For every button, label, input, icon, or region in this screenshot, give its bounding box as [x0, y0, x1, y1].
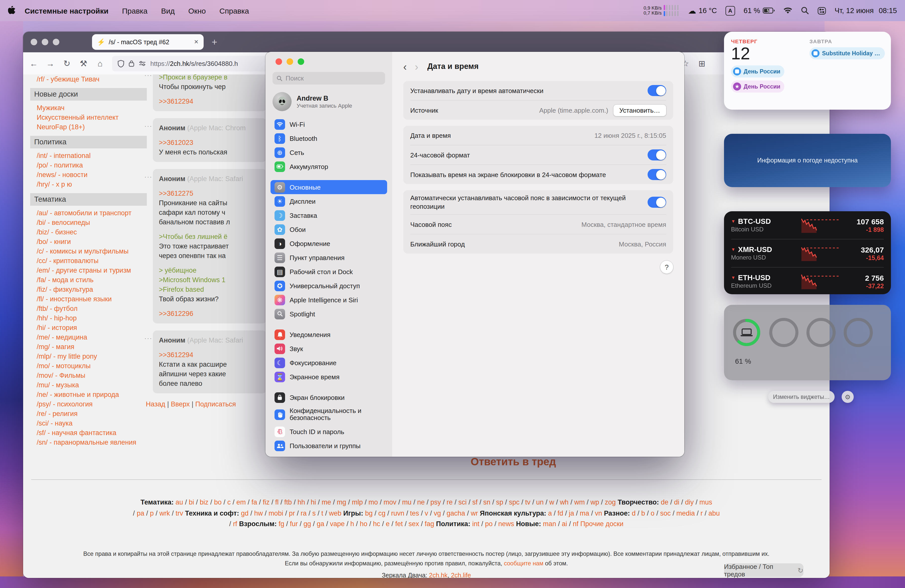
board-link[interactable]: w [549, 499, 554, 506]
wifi-icon[interactable] [783, 7, 792, 14]
weather-widget[interactable]: Информация о погоде недоступна [724, 134, 891, 187]
board-link[interactable]: r [701, 509, 703, 517]
sidebar-item-wifi[interactable]: Wi-Fi [270, 117, 387, 131]
menu-item-edit[interactable]: Правка [122, 6, 147, 15]
sidebar-item-privacy[interactable]: Конфиденциальность и безопасность [270, 404, 387, 424]
board-link[interactable]: sf [472, 499, 478, 506]
network-speed-widget[interactable]: 0,9 KB/s 0,7 KB/s [643, 5, 680, 16]
back-button[interactable]: ← [29, 59, 38, 68]
menu-item-help[interactable]: Справка [219, 6, 249, 15]
board-link[interactable]: fl [275, 499, 279, 506]
crypto-row[interactable]: ▼BTC-USD Bitcoin USD 107 658 -1 898 [731, 211, 884, 239]
calendar-event[interactable]: ★ День России [731, 81, 784, 92]
board-link[interactable]: biz [200, 499, 208, 506]
link[interactable]: /mu/ - музыка [30, 380, 152, 390]
board-link[interactable]: pr [289, 509, 295, 517]
widgets-settings-button[interactable]: ⚙ [841, 391, 854, 403]
calendar-event[interactable]: День России [731, 65, 784, 78]
window-close-button[interactable] [276, 58, 282, 65]
board-link[interactable]: Прочие доски [580, 520, 624, 528]
link[interactable]: >>3612294 [159, 97, 260, 106]
board-link[interactable]: sex [408, 520, 419, 528]
link[interactable]: /rf/ - убежище Тивач [30, 75, 152, 84]
menu-item-window[interactable]: Окно [188, 6, 206, 15]
extensions-grid-icon[interactable]: ⊞ [697, 59, 707, 68]
crypto-row[interactable]: ▼ETH-USD Ethereum USD 2 756 -37,22 [731, 267, 884, 295]
board-link[interactable]: sci [458, 499, 467, 506]
board-link[interactable]: fa [251, 499, 257, 506]
board-link[interactable]: cg [378, 509, 386, 517]
link[interactable]: 2ch.hk [429, 572, 448, 578]
link[interactable]: /news/ - новости [30, 170, 152, 180]
battery-widget[interactable]: 61 % [724, 305, 891, 380]
board-link[interactable]: fur [290, 520, 298, 528]
sidebar-item-spotlight[interactable]: Spotlight [270, 307, 387, 321]
link[interactable]: /cc/ - криптовалюты [30, 256, 152, 265]
keyboard-layout-icon[interactable]: A [726, 6, 735, 15]
crypto-row[interactable]: ▼XMR-USD Monero USD 326,07 -15,64 [731, 239, 884, 267]
board-link[interactable]: sp [496, 499, 503, 506]
link[interactable]: Назад [146, 400, 165, 408]
board-link[interactable]: nf [573, 520, 578, 528]
board-link[interactable]: h [351, 520, 354, 528]
board-link[interactable]: hi [311, 499, 316, 506]
reload-button[interactable]: ↻ [62, 59, 71, 68]
lockscreen-24h-toggle[interactable] [648, 169, 666, 180]
board-link[interactable]: gd [241, 509, 248, 517]
board-link[interactable]: int [472, 520, 479, 528]
board-link[interactable]: au [175, 499, 183, 506]
board-link[interactable]: rf [233, 520, 237, 528]
menu-item-view[interactable]: Вид [161, 6, 175, 15]
board-link[interactable]: o [651, 509, 654, 517]
battery-menu-item[interactable]: 61 % [744, 6, 775, 14]
window-zoom-button[interactable] [298, 58, 304, 65]
board-link[interactable]: ga [317, 520, 324, 528]
browser-tab[interactable]: ⚡ /s/ - macOS тред #62 ✕ [92, 34, 204, 50]
link[interactable]: /mo/ - мотоциклы [30, 361, 152, 371]
link[interactable]: /mg/ - магия [30, 342, 152, 351]
link[interactable]: /me/ - медицина [30, 332, 152, 342]
board-link[interactable]: mobi [268, 509, 283, 517]
link[interactable]: /fiz/ - физкультура [30, 285, 152, 294]
board-link[interactable]: wh [560, 499, 568, 506]
post-menu-icon[interactable]: ··· [144, 75, 152, 80]
sidebar-item-apple-intelligence[interactable]: ❋ Apple Intelligence и Siri [270, 293, 387, 307]
sidebar-item-battery[interactable]: Аккумулятор [270, 159, 387, 173]
board-link[interactable]: di [674, 499, 679, 506]
sidebar-item-wallpaper[interactable]: ✿ Обои [270, 222, 387, 237]
link[interactable]: /biz/ - бизнес [30, 227, 152, 237]
link[interactable]: /re/ - религия [30, 409, 152, 418]
window-close-button[interactable] [31, 39, 37, 45]
sidebar-item-displays[interactable]: ☀ Дисплеи [270, 194, 387, 208]
window-zoom-button[interactable] [53, 39, 59, 45]
link[interactable]: /fa/ - мода и стиль [30, 275, 152, 285]
link[interactable]: /c/ - комиксы и мультфильмы [30, 246, 152, 256]
link[interactable]: /ne/ - животные и природа [30, 390, 152, 399]
board-link[interactable]: mo [368, 499, 378, 506]
board-link[interactable]: zog [605, 499, 616, 506]
sidebar-item-network[interactable]: ⊕ Сеть [270, 145, 387, 159]
link[interactable]: NeuroFap (18+) [30, 122, 152, 132]
link[interactable]: Подписаться [195, 400, 236, 408]
format-24h-toggle[interactable] [648, 149, 666, 161]
mirrors-line[interactable]: Зеркала Двача: 2ch.hk, 2ch.life [23, 572, 830, 578]
board-link[interactable]: tes [410, 509, 419, 517]
board-link[interactable]: ma [580, 509, 589, 517]
link[interactable]: /bo/ - книги [30, 237, 152, 246]
board-link[interactable]: pa [137, 509, 144, 517]
link[interactable]: Искусственный интеллект [30, 113, 152, 122]
window-minimize-button[interactable] [42, 39, 48, 45]
apple-account-row[interactable]: Andrew B Учетная запись Apple [273, 92, 385, 111]
sidebar-item-notifications[interactable]: Уведомления [270, 327, 387, 342]
url-text[interactable]: https://2ch.hk/s/res/3604880.h [150, 60, 238, 67]
board-link[interactable]: news [498, 520, 514, 528]
board-link[interactable]: de [661, 499, 668, 506]
sidebar-item-control-center[interactable]: ☰ Пункт управления [270, 251, 387, 265]
board-link[interactable]: wm [574, 499, 585, 506]
forward-chevron-icon[interactable]: › [415, 61, 418, 72]
link[interactable]: >>3612294 [159, 350, 260, 360]
board-link[interactable]: e [386, 520, 390, 528]
sidebar-item-lock-screen[interactable]: Экран блокировки [270, 390, 387, 404]
control-center-icon[interactable] [818, 7, 826, 14]
board-link[interactable]: fg [279, 520, 284, 528]
